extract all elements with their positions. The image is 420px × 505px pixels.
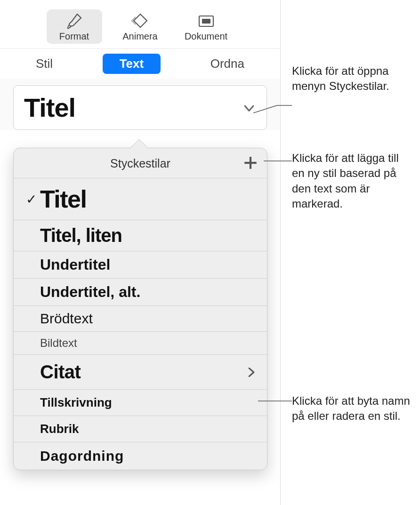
style-item-label: Titel, liten	[40, 220, 122, 251]
svg-rect-1	[202, 19, 210, 24]
callout-open-menu: Klicka för att öppna menyn Styckestilar.	[292, 64, 414, 94]
document-icon	[196, 12, 216, 29]
tab-style[interactable]: Stil	[19, 54, 70, 74]
paragraph-style-area: Titel	[0, 79, 280, 130]
style-item-titelliten[interactable]: Titel, liten	[14, 220, 267, 251]
style-item-undertalt[interactable]: Undertitel, alt.	[14, 279, 267, 306]
tab-arrange[interactable]: Ordna	[194, 54, 261, 74]
callout-leader-3	[258, 399, 292, 403]
paragraph-style-list: ✓TitelTitel, litenUndertitelUndertitel, …	[14, 178, 267, 470]
callout-leader-2	[264, 159, 292, 163]
style-item-label: Rubrik	[40, 416, 79, 442]
svg-line-4	[253, 105, 277, 113]
style-item-label: Titel	[40, 178, 86, 220]
style-item-label: Dagordning	[40, 442, 124, 470]
style-item-undertitel[interactable]: Undertitel	[14, 251, 267, 279]
style-item-tillskr[interactable]: Tillskrivning	[14, 390, 267, 416]
style-item-citat[interactable]: Citat	[14, 355, 267, 390]
inspector-tabs: Stil Text Ordna	[0, 49, 280, 79]
style-item-label: Citat	[40, 355, 81, 389]
style-item-label: Brödtext	[40, 306, 93, 331]
toolbar-animate[interactable]: Animera	[113, 9, 168, 44]
toolbar-document[interactable]: Dokument	[178, 9, 234, 44]
add-style-button[interactable]	[242, 155, 258, 171]
callout-rename-delete: Klicka för att byta namn på eller radera…	[292, 393, 414, 424]
style-item-bildtext[interactable]: Bildtext	[14, 332, 267, 355]
callout-add-style: Klicka för att lägga till en ny stil bas…	[292, 151, 414, 212]
paragraph-styles-popover: Styckestilar ✓TitelTitel, litenUndertite…	[13, 148, 267, 470]
paragraph-style-selector[interactable]: Titel	[13, 85, 267, 130]
style-item-label: Bildtext	[40, 332, 77, 354]
style-item-label: Undertitel, alt.	[40, 279, 140, 305]
diamond-icon	[130, 12, 150, 29]
inspector-toolbar: Format Animera Dokument	[0, 0, 280, 49]
style-item-label: Tillskrivning	[40, 390, 112, 416]
style-item-dagord[interactable]: Dagordning	[14, 442, 267, 470]
tab-text[interactable]: Text	[103, 54, 161, 74]
checkmark-icon: ✓	[24, 192, 38, 207]
style-item-label: Undertitel	[40, 251, 110, 278]
toolbar-document-label: Dokument	[185, 31, 227, 42]
style-item-brodtext[interactable]: Brödtext	[14, 306, 267, 332]
style-item-titel[interactable]: ✓Titel	[14, 178, 267, 220]
toolbar-animate-label: Animera	[122, 31, 157, 42]
callout-leader-1	[253, 104, 292, 114]
toolbar-format-label: Format	[59, 31, 89, 42]
paragraph-style-current: Titel	[24, 92, 75, 123]
popover-title: Styckestilar	[110, 157, 170, 170]
popover-header: Styckestilar	[14, 148, 267, 178]
paintbrush-icon	[65, 12, 84, 29]
toolbar-format[interactable]: Format	[47, 9, 102, 44]
chevron-right-icon	[247, 367, 256, 377]
style-item-rubrik[interactable]: Rubrik	[14, 416, 267, 442]
plus-icon	[242, 155, 258, 171]
